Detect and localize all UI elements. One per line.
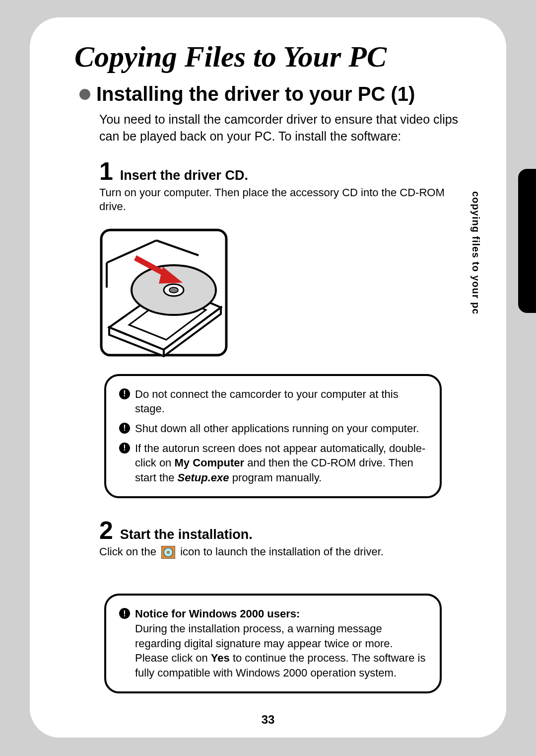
exclamation-icon: ! (119, 443, 130, 454)
notice1-line3: If the autorun screen does not appear au… (135, 441, 427, 485)
exclamation-icon: ! (119, 423, 130, 434)
section-heading: Installing the driver to your PC (1) (79, 83, 462, 105)
notice-box-1: ! Do not connect the camcorder to your c… (104, 374, 442, 498)
step-number-1: 1 (99, 159, 113, 184)
notice1-line1: Do not connect the camcorder to your com… (135, 387, 427, 416)
section-title: Installing the driver to your PC (1) (96, 83, 415, 105)
step-1-body: Turn on your computer. Then place the ac… (99, 186, 462, 214)
step-1-title: Insert the driver CD. (120, 168, 248, 183)
exclamation-icon: ! (119, 388, 130, 399)
intro-paragraph: You need to install the camcorder driver… (99, 111, 462, 145)
svg-point-16 (167, 551, 170, 554)
notice2-content: Notice for Windows 2000 users: During th… (135, 606, 427, 680)
installer-disc-icon (161, 546, 175, 559)
side-tab (518, 169, 536, 313)
exclamation-icon: ! (119, 608, 130, 619)
manual-page: copying files to your pc Copying Files t… (30, 17, 506, 738)
side-label: copying files to your pc (470, 191, 481, 314)
cd-tray-illustration (99, 228, 228, 357)
step-2-title: Start the installation. (120, 527, 253, 542)
page-number: 33 (30, 713, 506, 727)
step-number-2: 2 (99, 518, 113, 543)
notice-box-2: ! Notice for Windows 2000 users: During … (104, 594, 442, 693)
page-title: Copying Files to Your PC (74, 40, 462, 74)
step-2-heading: 2 Start the installation. (99, 518, 462, 543)
step-2-body: Click on the icon to launch the installa… (99, 545, 462, 559)
bullet-icon (79, 89, 90, 100)
notice1-line2: Shut down all other applications running… (135, 421, 427, 436)
step-1-heading: 1 Insert the driver CD. (99, 159, 462, 184)
svg-point-10 (169, 287, 178, 293)
